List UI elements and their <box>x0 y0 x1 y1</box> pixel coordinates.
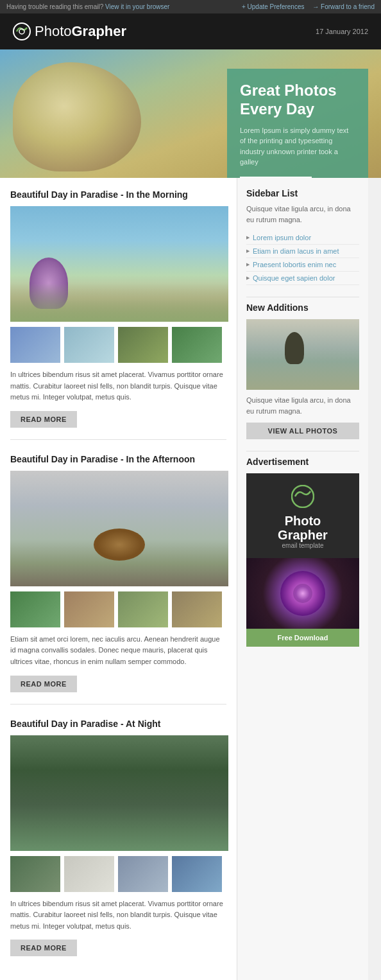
ad-logo-icon <box>291 485 314 508</box>
hero-overlay: Great Photos Every Day Lorem Ipsum is si… <box>227 69 368 178</box>
advertisement-section: Advertisement PhotoGrapher email templat… <box>246 457 359 647</box>
logo: PhotoGrapher <box>13 22 126 40</box>
thumbnail-7[interactable] <box>118 591 168 627</box>
night-photo-image <box>10 735 228 851</box>
article-night: Beautiful Day in Paradise - At Night In … <box>10 719 226 968</box>
view-in-browser-link[interactable]: View it in your browser <box>105 3 169 10</box>
article-morning-read-more-button[interactable]: READ MORE <box>10 411 77 428</box>
article-afternoon: Beautiful Day in Paradise - In the After… <box>10 454 226 704</box>
thumbnail-9[interactable] <box>10 856 60 892</box>
hero-read-more-button[interactable]: READ MORE <box>240 177 312 178</box>
thumbnail-12[interactable] <box>172 856 222 892</box>
divider-1 <box>246 297 359 297</box>
new-additions-section: New Additions Quisque vitae ligula arcu,… <box>246 302 359 439</box>
content-area: Beautiful Day in Paradise - In the Morni… <box>0 178 381 980</box>
left-column: Beautiful Day in Paradise - In the Morni… <box>0 178 237 980</box>
view-all-photos-button[interactable]: VIEW ALL PHOTOS <box>246 423 359 439</box>
list-item-2[interactable]: Etiam in diam lacus in amet <box>246 245 359 258</box>
trouble-text: Having trouble reading this email? View … <box>6 3 169 10</box>
list-item-1[interactable]: Lorem ipsum dolor <box>246 231 359 245</box>
article-afternoon-read-more-button[interactable]: READ MORE <box>10 676 77 692</box>
thumbnail-11[interactable] <box>118 856 168 892</box>
thumbnail-5[interactable] <box>10 591 60 627</box>
right-column: Sidebar List Quisque vitae ligula arcu, … <box>237 178 368 980</box>
sidebar-list-desc: Quisque vitae ligula arcu, in dona eu ru… <box>246 204 359 225</box>
ad-box-subtitle: email template <box>254 542 351 549</box>
hero-title: Great Photos Every Day <box>240 82 355 119</box>
thumbnail-8[interactable] <box>172 591 222 627</box>
article-night-main-photo <box>10 735 228 851</box>
ad-box-title: PhotoGrapher <box>254 514 351 542</box>
thumbnail-1[interactable] <box>10 327 60 363</box>
thumbnail-2[interactable] <box>64 327 114 363</box>
update-prefs-link[interactable]: + Update Preferences <box>242 3 305 10</box>
list-item-3[interactable]: Praesent lobortis enim nec <box>246 258 359 272</box>
logo-text: PhotoGrapher <box>35 23 126 40</box>
afternoon-photo-image <box>10 471 228 586</box>
article-afternoon-body: Etiam sit amet orci lorem, nec iaculis a… <box>10 634 226 668</box>
article-morning-body: In ultrices bibendum risus sit amet plac… <box>10 369 226 403</box>
list-item-4[interactable]: Quisque eget sapien dolor <box>246 272 359 285</box>
main-wrapper: Beautiful Day in Paradise - In the Morni… <box>0 178 381 980</box>
divider-2 <box>246 451 359 451</box>
article-morning: Beautiful Day in Paradise - In the Morni… <box>10 189 226 440</box>
ad-free-download-button[interactable]: Free Download <box>246 629 359 647</box>
sidebar-list-section: Sidebar List Quisque vitae ligula arcu, … <box>246 188 359 285</box>
thumbnail-6[interactable] <box>64 591 114 627</box>
top-bar: Having trouble reading this email? View … <box>0 0 381 13</box>
article-afternoon-thumbnails <box>10 591 226 627</box>
article-morning-thumbnails <box>10 327 226 363</box>
article-night-thumbnails <box>10 856 226 892</box>
sidebar-list-title: Sidebar List <box>246 188 359 198</box>
advertisement-title: Advertisement <box>246 457 359 467</box>
article-afternoon-title: Beautiful Day in Paradise - In the After… <box>10 454 226 464</box>
header-date: 17 January 2012 <box>316 28 368 35</box>
article-morning-title: Beautiful Day in Paradise - In the Morni… <box>10 189 226 200</box>
thumbnail-4[interactable] <box>172 327 222 363</box>
header: PhotoGrapher 17 January 2012 <box>0 13 381 49</box>
article-morning-main-photo <box>10 206 228 322</box>
new-additions-desc: Quisque vitae ligula arcu, in dona eu ru… <box>246 395 359 416</box>
article-afternoon-main-photo <box>10 471 228 586</box>
hero-banner: Great Photos Every Day Lorem Ipsum is si… <box>0 49 381 178</box>
morning-photo-image <box>10 206 228 322</box>
thumbnail-10[interactable] <box>64 856 114 892</box>
article-night-title: Beautiful Day in Paradise - At Night <box>10 719 226 729</box>
article-night-read-more-button[interactable]: READ More <box>10 940 77 956</box>
ad-box: PhotoGrapher email template <box>246 473 359 558</box>
hero-description: Lorem Ipsum is simply dummy text of the … <box>240 125 355 168</box>
ad-camera-image <box>246 558 359 629</box>
top-links: + Update Preferences → Forward to a frie… <box>242 3 375 10</box>
article-night-body: In ultrices bibendum risus sit amet plac… <box>10 898 226 932</box>
sidebar-list: Lorem ipsum dolor Etiam in diam lacus in… <box>246 231 359 285</box>
forward-link[interactable]: → Forward to a friend <box>312 3 375 10</box>
new-additions-title: New Additions <box>246 302 359 313</box>
logo-icon <box>13 22 31 40</box>
new-additions-photo <box>246 319 359 390</box>
svg-point-0 <box>13 23 30 40</box>
thumbnail-3[interactable] <box>118 327 168 363</box>
